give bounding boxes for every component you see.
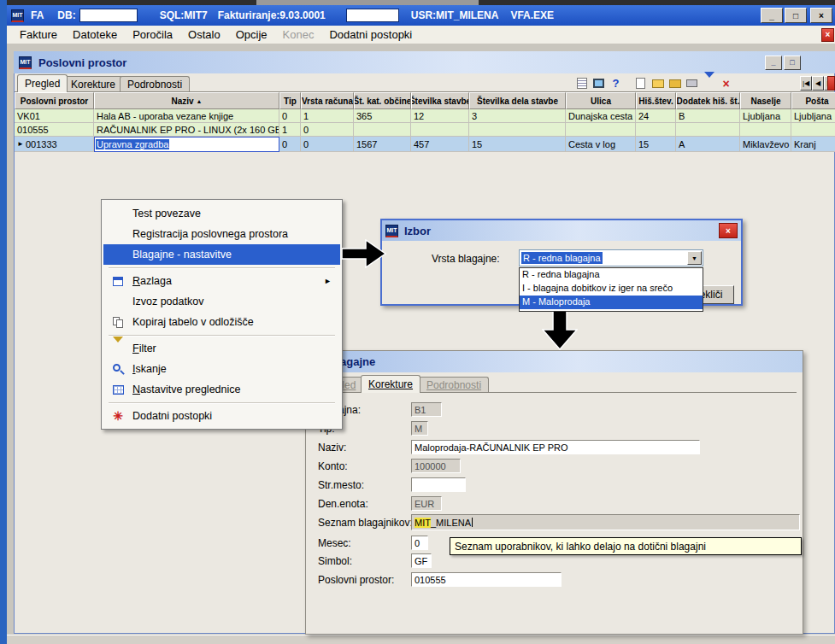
cell[interactable] — [411, 123, 469, 137]
mid-value-field[interactable] — [346, 9, 399, 22]
column-header-his-stev[interactable]: Hiš.štev. — [636, 92, 676, 109]
menu-datoteke[interactable]: Datoteke — [65, 26, 125, 43]
column-header-poslovni-prostor[interactable]: Poslovni prostor — [15, 92, 94, 109]
blagajna-field[interactable]: B1 — [411, 402, 442, 417]
column-header-tip[interactable]: Tip — [279, 92, 301, 109]
cell[interactable]: Cesta v log — [566, 137, 636, 152]
menu-item-registracija[interactable]: Registracija poslovnega prostora — [103, 224, 340, 244]
tip-field[interactable]: M — [411, 421, 428, 436]
menu-item-test-povezave[interactable]: Test povezave — [103, 203, 340, 224]
cell[interactable]: Miklavževo — [740, 137, 791, 152]
den-enota-field[interactable]: EUR — [411, 496, 442, 511]
nav-prev-button[interactable]: ◀ — [812, 76, 824, 91]
column-header-naselje[interactable]: Naselje — [740, 92, 791, 109]
menu-porocila[interactable]: Poročila — [125, 26, 180, 43]
menu-opcije[interactable]: Opcije — [228, 26, 275, 43]
menu-item-nastavitve-preglednice[interactable]: Nastavitve preglednice — [103, 379, 340, 400]
grid-close-button[interactable] — [827, 76, 835, 91]
menu-item-filter[interactable]: Filter — [103, 338, 340, 359]
cell[interactable]: ►001333 — [15, 137, 94, 152]
menu-ostalo[interactable]: Ostalo — [180, 26, 228, 43]
cell[interactable]: Dunajska cesta — [566, 109, 636, 123]
cell[interactable]: 12 — [411, 109, 469, 123]
cell[interactable]: Hala AB - uporaba vezane knjige — [94, 109, 279, 123]
cell[interactable]: 457 — [411, 137, 469, 152]
menu-item-razlaga[interactable]: Razlaga ► — [103, 271, 340, 291]
menu-item-iskanje[interactable]: Iskanje — [103, 359, 340, 379]
cell[interactable]: 1567 — [354, 137, 411, 152]
cell[interactable]: B — [676, 109, 740, 123]
cell[interactable]: 15 — [636, 137, 676, 152]
cell[interactable] — [740, 123, 791, 137]
column-header-posta[interactable]: Pošta — [791, 92, 835, 109]
cell[interactable]: RAČUNALNIK EP PRO - LINUX (2x 160 GB) — [94, 123, 279, 137]
cell[interactable]: VK01 — [15, 109, 94, 123]
column-header-dodatek[interactable]: Dodatek hiš. št. — [676, 92, 740, 109]
cell[interactable]: 0 — [279, 109, 301, 123]
child-close-button[interactable]: × — [821, 28, 834, 42]
menu-item-izvoz-podatkov[interactable]: Izvoz podatkov — [103, 291, 340, 312]
tab-pregled[interactable]: Pregled — [17, 74, 68, 92]
menu-item-blagajne-nastavitve[interactable]: Blagajne - nastavitve — [103, 244, 340, 265]
dropdown-option-highlighted[interactable]: M - Maloprodaja — [520, 296, 703, 309]
cell[interactable]: Ljubljana — [740, 109, 791, 123]
cell[interactable]: 24 — [636, 109, 676, 123]
column-header-naziv[interactable]: Naziv▲ — [94, 92, 279, 109]
menu-item-dodatni-postopki[interactable]: ✳ Dodatni postopki — [103, 406, 340, 426]
table-row[interactable]: 010555 RAČUNALNIK EP PRO - LINUX (2x 160… — [15, 123, 835, 137]
delete-filter-icon[interactable]: × — [719, 76, 733, 91]
column-header-ulica[interactable]: Ulica — [566, 92, 636, 109]
konto-field[interactable]: 100000 — [411, 459, 461, 473]
cell[interactable]: 0 — [279, 137, 301, 152]
cell[interactable]: 0 — [301, 123, 354, 137]
naziv-field[interactable]: Maloprodaja-RAČUNALNIK EP PRO — [411, 440, 700, 454]
close-button[interactable]: × — [810, 8, 832, 23]
cell-editing[interactable]: Upravna zgradba — [94, 137, 279, 152]
help-icon[interactable]: ? — [609, 76, 623, 91]
window-maximize-button[interactable]: □ — [784, 56, 801, 70]
menu-item-kopiraj-tabelo[interactable]: Kopiraj tabelo v odložišče — [103, 312, 340, 332]
cell[interactable]: 0 — [301, 137, 354, 152]
tab-podrobnosti[interactable]: Podrobnosti — [120, 76, 190, 92]
column-header-stevilka-stavbe[interactable]: Številka stavbe — [411, 92, 469, 109]
column-header-stevilka-dela-stavbe[interactable]: Številka dela stavbe — [469, 92, 566, 109]
maximize-button[interactable]: □ — [785, 8, 807, 23]
db-value-field[interactable] — [79, 9, 138, 22]
cell[interactable]: Ljubljana — [791, 109, 835, 123]
cell[interactable]: 1 — [279, 123, 301, 137]
dropdown-option[interactable]: R - redna blagajna — [520, 268, 703, 282]
seznam-blagajnikov-field[interactable]: MIT_MILENA — [411, 514, 800, 530]
window-minimize-button[interactable]: _ — [765, 56, 782, 70]
menu-dodatni-postopki[interactable]: Dodatni postopki — [321, 26, 420, 43]
column-header-st-kat-obcine[interactable]: Št. kat. občine — [354, 92, 411, 109]
blagajne-tab-korekture[interactable]: Korekture — [361, 375, 420, 393]
menu-fakture[interactable]: Fakture — [12, 26, 65, 43]
cell[interactable]: 1 — [301, 109, 354, 123]
monitor-icon[interactable] — [591, 76, 606, 91]
folder-icon[interactable] — [667, 76, 682, 91]
column-header-vrsta-racuna[interactable]: Vrsta računa — [301, 92, 354, 109]
cell[interactable] — [636, 123, 676, 137]
cell[interactable]: 010555 — [15, 123, 94, 137]
dialog-close-button[interactable]: × — [719, 223, 738, 238]
filter-icon[interactable] — [702, 76, 716, 91]
print-icon[interactable] — [685, 76, 699, 91]
cell[interactable] — [791, 123, 835, 137]
cell[interactable] — [676, 123, 740, 137]
cell[interactable]: Kranj — [791, 137, 835, 152]
new-document-icon[interactable] — [633, 76, 648, 91]
minimize-button[interactable]: _ — [761, 8, 783, 23]
cell[interactable]: 3 — [469, 109, 566, 123]
cell[interactable] — [469, 123, 566, 137]
nav-first-button[interactable]: |◀ — [800, 76, 812, 91]
cell[interactable] — [354, 123, 411, 137]
dropdown-option[interactable]: I - blagajna dobitkov iz iger na srečo — [520, 282, 703, 296]
open-folder-icon[interactable] — [650, 76, 665, 91]
simbol-field[interactable]: GF — [411, 553, 432, 568]
dropdown-button[interactable]: ▼ — [687, 251, 702, 265]
tab-korekture[interactable]: Korekture — [63, 76, 123, 92]
cell[interactable]: A — [676, 137, 740, 152]
table-row-selected[interactable]: ►001333 Upravna zgradba 0 0 1567 457 15 … — [15, 137, 835, 152]
table-row[interactable]: VK01 Hala AB - uporaba vezane knjige 0 1… — [15, 109, 835, 123]
poslovni-prostor-field[interactable]: 010555 — [411, 572, 562, 587]
